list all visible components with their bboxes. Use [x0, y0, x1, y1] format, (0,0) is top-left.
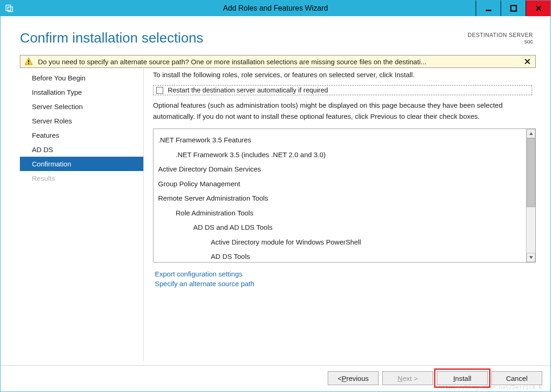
scrollbar[interactable]: [526, 129, 535, 262]
restart-checkbox-label: Restart the destination server automatic…: [168, 86, 328, 94]
step-server-selection[interactable]: Server Selection: [20, 99, 143, 114]
scrollbar-thumb[interactable]: [527, 138, 535, 207]
app-icon: [4, 3, 14, 13]
scroll-down-button[interactable]: [527, 253, 535, 262]
list-item: Group Policy Management: [158, 177, 521, 191]
title-bar: Add Roles and Features Wizard: [0, 0, 551, 16]
header: Confirm installation selections DESTINAT…: [0, 16, 551, 50]
close-button[interactable]: [526, 0, 551, 16]
wizard-window: Add Roles and Features Wizard Confirm in…: [0, 0, 551, 392]
list-item: AD DS and AD LDS Tools: [158, 220, 521, 235]
list-item: Remote Server Administration Tools: [158, 191, 521, 206]
svg-rect-2: [486, 10, 491, 11]
svg-rect-0: [6, 5, 11, 11]
list-item: Active Directory module for Windows Powe…: [158, 235, 521, 250]
content-pane: To install the following roles, role ser…: [144, 68, 536, 361]
step-features[interactable]: Features: [20, 128, 143, 142]
page-title: Confirm installation selections: [20, 30, 468, 46]
destination-label: DESTINATION SERVER: [468, 32, 533, 38]
warning-close-button[interactable]: [523, 57, 532, 66]
selections-list-inner: .NET Framework 3.5 Features .NET Framewo…: [153, 129, 526, 262]
window-title: Add Roles and Features Wizard: [223, 4, 328, 12]
action-links: Export configuration settings Specify an…: [153, 263, 536, 288]
step-confirmation[interactable]: Confirmation: [20, 157, 143, 171]
window-controls: [476, 0, 551, 16]
svg-rect-3: [511, 6, 516, 11]
step-installation-type[interactable]: Installation Type: [20, 85, 143, 99]
step-before-you-begin[interactable]: Before You Begin: [20, 71, 143, 85]
maximize-button[interactable]: [501, 0, 526, 16]
export-config-link[interactable]: Export configuration settings: [155, 269, 536, 279]
step-server-roles[interactable]: Server Roles: [20, 114, 143, 128]
minimize-button[interactable]: [476, 0, 501, 16]
warning-bar: Do you need to specify an alternate sour…: [20, 55, 536, 68]
svg-rect-5: [28, 63, 29, 64]
main-content: Before You Begin Installation Type Serve…: [0, 68, 551, 361]
list-item: AD DS Tools: [158, 249, 521, 262]
optional-note: Optional features (such as administratio…: [153, 100, 536, 122]
alt-source-link[interactable]: Specify an alternate source path: [155, 279, 536, 288]
restart-checkbox-row[interactable]: Restart the destination server automatic…: [153, 85, 532, 95]
next-button: Next >: [382, 371, 433, 385]
scroll-up-button[interactable]: [527, 129, 535, 138]
install-button[interactable]: Install: [437, 371, 488, 385]
watermark: https://blog.csdn.net/Derrick_K: [439, 384, 542, 391]
scrollbar-track[interactable]: [527, 138, 535, 253]
restart-checkbox[interactable]: [156, 87, 163, 94]
destination-server: soc: [468, 38, 533, 45]
wizard-steps-sidebar: Before You Begin Installation Type Serve…: [20, 68, 144, 361]
warning-text: Do you need to specify an alternate sour…: [38, 58, 520, 66]
step-results: Results: [20, 171, 143, 185]
cancel-button[interactable]: Cancel: [491, 371, 542, 385]
previous-button[interactable]: < Previous: [328, 371, 379, 385]
list-item: Role Administration Tools: [158, 206, 521, 220]
selections-list: .NET Framework 3.5 Features .NET Framewo…: [153, 129, 536, 263]
destination-block: DESTINATION SERVER soc: [468, 32, 533, 45]
list-item: .NET Framework 3.5 (includes .NET 2.0 an…: [158, 147, 521, 162]
intro-text: To install the following roles, role ser…: [153, 71, 536, 79]
list-item: Active Directory Domain Services: [158, 162, 521, 177]
step-ad-ds[interactable]: AD DS: [20, 142, 143, 157]
list-item: .NET Framework 3.5 Features: [158, 133, 521, 147]
warning-icon: [24, 57, 33, 66]
svg-rect-4: [28, 60, 29, 62]
